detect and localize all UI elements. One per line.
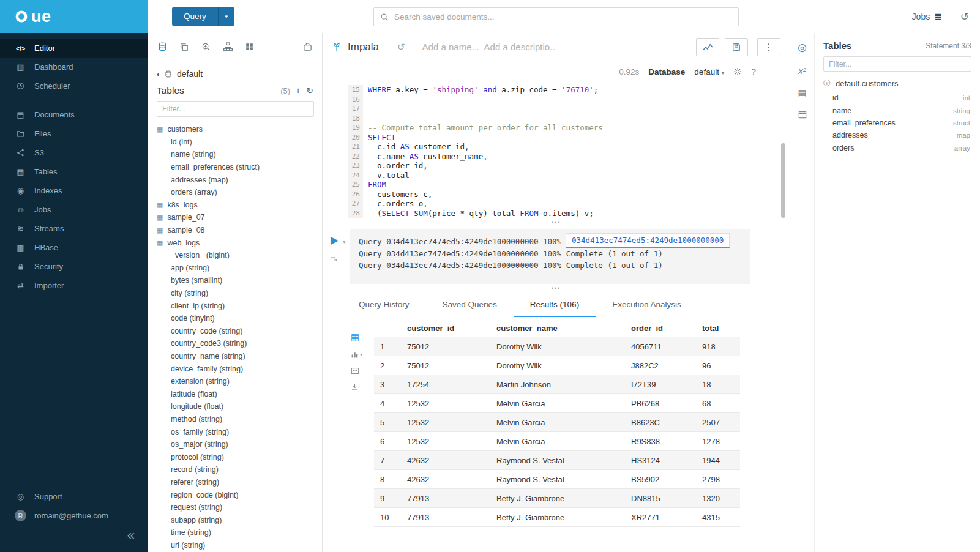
assist-column-name[interactable]: name (string) — [148, 148, 322, 161]
database-source-icon[interactable] — [158, 42, 167, 51]
code-line[interactable]: 27 c.orders o, — [323, 199, 790, 209]
assist-column-id[interactable]: id (int) — [148, 136, 322, 149]
active-table-row[interactable]: ⓘ default.customers — [823, 78, 971, 89]
code-line[interactable]: 16 — [323, 95, 790, 105]
new-query-button[interactable]: Query ▾ — [172, 7, 234, 26]
table-row[interactable]: 1077913Betty J. GiambroneXR27714315 — [374, 508, 740, 527]
assist-table-web-logs[interactable]: ▦web_logs — [148, 236, 322, 249]
sidebar-item-scheduler[interactable]: Scheduler — [0, 76, 148, 95]
tab-results-106[interactable]: Results (106) — [514, 300, 596, 317]
assist-table-sample-07[interactable]: ▦sample_07 — [148, 211, 322, 224]
table-row[interactable]: 742632Raymond S. VestalHS31241944 — [374, 451, 740, 470]
grid-view-icon[interactable]: ▦ — [351, 332, 359, 343]
sidebar-item-importer[interactable]: ⇄Importer — [0, 276, 148, 295]
code-line[interactable]: 21 c.id AS customer_id, — [323, 142, 790, 152]
assist-column-addresses[interactable]: addresses (map) — [148, 173, 322, 186]
history-icon[interactable]: ↺ — [960, 10, 969, 23]
schedule-icon[interactable] — [798, 110, 807, 119]
assist-column-client-ip[interactable]: client_ip (string) — [148, 299, 322, 312]
resize-handle-bottom[interactable]: ••• — [323, 284, 790, 294]
assist-column-extension[interactable]: extension (string) — [148, 375, 322, 388]
assist-column-bytes[interactable]: bytes (smallint) — [148, 274, 322, 287]
sidebar-item-hbase[interactable]: ▩HBase — [0, 238, 148, 257]
tab-query-history[interactable]: Query History — [342, 300, 426, 317]
resize-handle-top[interactable]: ••• — [323, 218, 790, 228]
query-type-caret-icon[interactable]: ▾ — [218, 7, 234, 26]
editor-scrollbar[interactable] — [781, 143, 785, 218]
more-actions-button[interactable]: ⋮ — [757, 38, 780, 56]
code-line[interactable]: 18 — [323, 114, 790, 124]
query-description-input[interactable] — [484, 42, 556, 52]
database-select[interactable]: default ▾ — [694, 67, 724, 76]
database-name[interactable]: default — [177, 69, 203, 79]
assist-table-k8s-logs[interactable]: ▦k8s_logs — [148, 199, 322, 212]
table-row[interactable]: 275012Dorothy WilkJ882C296 — [374, 356, 740, 375]
right-panel-column-name[interactable]: namestring — [823, 104, 971, 116]
expand-results-icon[interactable] — [351, 367, 359, 375]
column-header-customer-id[interactable]: customer_id — [401, 321, 490, 337]
help-icon[interactable]: ? — [751, 67, 756, 76]
code-line[interactable]: 22 c.name AS customer_name, — [323, 152, 790, 162]
assist-filter-input[interactable] — [157, 101, 314, 117]
collapse-sidebar-button[interactable]: « — [127, 529, 135, 542]
sidebar-item-dashboard[interactable]: ▥Dashboard — [0, 58, 148, 76]
documents-source-icon[interactable] — [180, 43, 189, 51]
assist-column-version[interactable]: _version_ (bigint) — [148, 249, 322, 262]
column-header-total[interactable]: total — [696, 321, 740, 337]
assist-column-subapp[interactable]: subapp (string) — [148, 513, 322, 526]
download-icon[interactable] — [351, 383, 359, 391]
chart-view-caret-icon[interactable]: ▾ — [360, 352, 362, 357]
right-panel-column-email-preferences[interactable]: email_preferencesstruct — [823, 117, 971, 129]
table-row[interactable]: 977913Betty J. GiambroneDN88151320 — [374, 489, 740, 508]
tab-saved-queries[interactable]: Saved Queries — [426, 300, 514, 317]
code-line[interactable]: 20SELECT — [323, 133, 790, 143]
language-reference-icon[interactable]: ▤ — [798, 88, 806, 99]
right-panel-column-addresses[interactable]: addressesmap — [823, 129, 971, 141]
code-line[interactable]: 15WHERE a.key = 'shipping' and a.zip_cod… — [323, 85, 790, 95]
right-panel-column-id[interactable]: idint — [823, 92, 971, 104]
sidebar-item-streams[interactable]: ≋Streams — [0, 219, 148, 238]
code-line[interactable]: 25FROM — [323, 180, 790, 190]
code-editor[interactable]: 15WHERE a.key = 'shipping' and a.zip_cod… — [323, 82, 790, 218]
assist-column-os-family[interactable]: os_family (string) — [148, 425, 322, 438]
table-row[interactable]: 317254Martin JohnsonI72T3918 — [374, 375, 740, 394]
column-header-order-id[interactable]: order_id — [625, 321, 696, 337]
column-header-customer-name[interactable]: customer_name — [490, 321, 625, 337]
query-history-icon[interactable]: ↺ — [397, 42, 405, 53]
sidebar-user[interactable]: R romain@gethue.com — [0, 506, 148, 525]
sidebar-item-documents[interactable]: ▤Documents — [0, 105, 148, 124]
table-row[interactable]: 175012Dorothy Wilk4056711918 — [374, 337, 740, 356]
back-chevron-icon[interactable]: ‹ — [157, 69, 160, 79]
zoom-in-icon[interactable] — [201, 42, 211, 51]
sidebar-item-tables[interactable]: ▦Tables — [0, 162, 148, 181]
chart-view-icon[interactable] — [351, 351, 359, 359]
assist-column-country-code3[interactable]: country_code3 (string) — [148, 337, 322, 350]
briefcase-icon[interactable] — [303, 42, 312, 51]
assist-column-request[interactable]: request (string) — [148, 501, 322, 514]
apps-grid-icon[interactable] — [245, 43, 253, 51]
search-input[interactable] — [394, 12, 732, 21]
assist-column-code[interactable]: code (tinyint) — [148, 312, 322, 325]
assist-column-method[interactable]: method (string) — [148, 413, 322, 426]
sidebar-item-files[interactable]: Files — [0, 124, 148, 143]
assist-column-device-family[interactable]: device_family (string) — [148, 362, 322, 375]
assist-column-latitude[interactable]: latitude (float) — [148, 387, 322, 400]
jobs-link[interactable]: Jobs ≣ — [912, 11, 942, 22]
query-id-tooltip[interactable]: 034d413ec7474ed5:4249de1000000000 — [566, 233, 730, 248]
code-line[interactable]: 19-- Compute total amount per order for … — [323, 123, 790, 133]
code-line[interactable]: 24 v.total — [323, 171, 790, 181]
assist-column-country-code[interactable]: country_code (string) — [148, 325, 322, 338]
functions-icon[interactable]: x² — [798, 65, 806, 76]
query-name-input[interactable] — [422, 42, 481, 52]
add-table-icon[interactable]: + — [296, 86, 301, 95]
assist-column-orders[interactable]: orders (array) — [148, 186, 322, 199]
code-line[interactable]: 17 — [323, 104, 790, 114]
table-row[interactable]: 612532Melvin GarciaR9S8381278 — [374, 432, 740, 451]
table-row[interactable]: 512532Melvin GarciaB8623C2507 — [374, 413, 740, 432]
assist-column-record[interactable]: record (string) — [148, 463, 322, 476]
table-row[interactable]: 412532Melvin GarciaPB626868 — [374, 394, 740, 413]
sidebar-item-editor[interactable]: </>Editor — [0, 39, 148, 58]
sidebar-item-indexes[interactable]: ◉Indexes — [0, 181, 148, 200]
right-panel-filter-input[interactable] — [823, 56, 971, 72]
assist-table-customers[interactable]: ▦customers — [148, 123, 322, 136]
